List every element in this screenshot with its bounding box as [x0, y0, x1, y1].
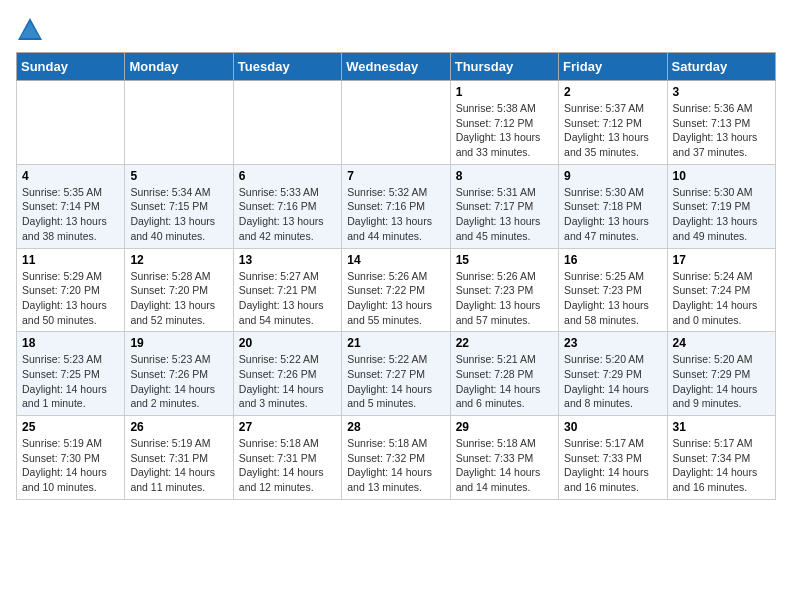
day-info: Sunrise: 5:20 AM Sunset: 7:29 PM Dayligh…	[673, 352, 770, 411]
calendar-cell: 30Sunrise: 5:17 AM Sunset: 7:33 PM Dayli…	[559, 416, 667, 500]
calendar-week-row: 11Sunrise: 5:29 AM Sunset: 7:20 PM Dayli…	[17, 248, 776, 332]
calendar-cell: 24Sunrise: 5:20 AM Sunset: 7:29 PM Dayli…	[667, 332, 775, 416]
day-number: 21	[347, 336, 444, 350]
calendar-cell: 17Sunrise: 5:24 AM Sunset: 7:24 PM Dayli…	[667, 248, 775, 332]
day-number: 16	[564, 253, 661, 267]
calendar-cell: 6Sunrise: 5:33 AM Sunset: 7:16 PM Daylig…	[233, 164, 341, 248]
day-number: 8	[456, 169, 553, 183]
day-info: Sunrise: 5:25 AM Sunset: 7:23 PM Dayligh…	[564, 269, 661, 328]
calendar-cell: 25Sunrise: 5:19 AM Sunset: 7:30 PM Dayli…	[17, 416, 125, 500]
day-number: 2	[564, 85, 661, 99]
calendar-cell	[342, 81, 450, 165]
day-number: 13	[239, 253, 336, 267]
day-info: Sunrise: 5:37 AM Sunset: 7:12 PM Dayligh…	[564, 101, 661, 160]
day-number: 7	[347, 169, 444, 183]
calendar-cell: 21Sunrise: 5:22 AM Sunset: 7:27 PM Dayli…	[342, 332, 450, 416]
calendar-week-row: 4Sunrise: 5:35 AM Sunset: 7:14 PM Daylig…	[17, 164, 776, 248]
calendar-cell: 22Sunrise: 5:21 AM Sunset: 7:28 PM Dayli…	[450, 332, 558, 416]
day-number: 25	[22, 420, 119, 434]
day-number: 12	[130, 253, 227, 267]
svg-marker-1	[20, 22, 40, 38]
day-header-tuesday: Tuesday	[233, 53, 341, 81]
day-number: 15	[456, 253, 553, 267]
calendar-cell: 23Sunrise: 5:20 AM Sunset: 7:29 PM Dayli…	[559, 332, 667, 416]
day-info: Sunrise: 5:30 AM Sunset: 7:19 PM Dayligh…	[673, 185, 770, 244]
calendar-cell	[125, 81, 233, 165]
day-info: Sunrise: 5:20 AM Sunset: 7:29 PM Dayligh…	[564, 352, 661, 411]
day-number: 19	[130, 336, 227, 350]
day-number: 26	[130, 420, 227, 434]
day-info: Sunrise: 5:26 AM Sunset: 7:23 PM Dayligh…	[456, 269, 553, 328]
day-info: Sunrise: 5:28 AM Sunset: 7:20 PM Dayligh…	[130, 269, 227, 328]
day-number: 3	[673, 85, 770, 99]
day-info: Sunrise: 5:22 AM Sunset: 7:26 PM Dayligh…	[239, 352, 336, 411]
day-info: Sunrise: 5:29 AM Sunset: 7:20 PM Dayligh…	[22, 269, 119, 328]
calendar-cell: 14Sunrise: 5:26 AM Sunset: 7:22 PM Dayli…	[342, 248, 450, 332]
calendar-cell: 18Sunrise: 5:23 AM Sunset: 7:25 PM Dayli…	[17, 332, 125, 416]
day-info: Sunrise: 5:36 AM Sunset: 7:13 PM Dayligh…	[673, 101, 770, 160]
calendar-cell: 20Sunrise: 5:22 AM Sunset: 7:26 PM Dayli…	[233, 332, 341, 416]
calendar-cell: 7Sunrise: 5:32 AM Sunset: 7:16 PM Daylig…	[342, 164, 450, 248]
calendar-cell: 13Sunrise: 5:27 AM Sunset: 7:21 PM Dayli…	[233, 248, 341, 332]
calendar-cell: 8Sunrise: 5:31 AM Sunset: 7:17 PM Daylig…	[450, 164, 558, 248]
day-number: 18	[22, 336, 119, 350]
calendar-cell: 3Sunrise: 5:36 AM Sunset: 7:13 PM Daylig…	[667, 81, 775, 165]
calendar-cell: 10Sunrise: 5:30 AM Sunset: 7:19 PM Dayli…	[667, 164, 775, 248]
day-info: Sunrise: 5:26 AM Sunset: 7:22 PM Dayligh…	[347, 269, 444, 328]
day-number: 29	[456, 420, 553, 434]
calendar-cell	[17, 81, 125, 165]
day-info: Sunrise: 5:35 AM Sunset: 7:14 PM Dayligh…	[22, 185, 119, 244]
day-info: Sunrise: 5:19 AM Sunset: 7:31 PM Dayligh…	[130, 436, 227, 495]
day-number: 27	[239, 420, 336, 434]
day-number: 5	[130, 169, 227, 183]
day-number: 20	[239, 336, 336, 350]
day-info: Sunrise: 5:21 AM Sunset: 7:28 PM Dayligh…	[456, 352, 553, 411]
day-info: Sunrise: 5:30 AM Sunset: 7:18 PM Dayligh…	[564, 185, 661, 244]
day-number: 1	[456, 85, 553, 99]
page-header	[16, 16, 776, 44]
day-info: Sunrise: 5:38 AM Sunset: 7:12 PM Dayligh…	[456, 101, 553, 160]
day-header-monday: Monday	[125, 53, 233, 81]
day-info: Sunrise: 5:17 AM Sunset: 7:34 PM Dayligh…	[673, 436, 770, 495]
day-info: Sunrise: 5:33 AM Sunset: 7:16 PM Dayligh…	[239, 185, 336, 244]
day-number: 4	[22, 169, 119, 183]
day-info: Sunrise: 5:19 AM Sunset: 7:30 PM Dayligh…	[22, 436, 119, 495]
calendar-cell: 4Sunrise: 5:35 AM Sunset: 7:14 PM Daylig…	[17, 164, 125, 248]
calendar-cell: 16Sunrise: 5:25 AM Sunset: 7:23 PM Dayli…	[559, 248, 667, 332]
day-number: 17	[673, 253, 770, 267]
day-info: Sunrise: 5:31 AM Sunset: 7:17 PM Dayligh…	[456, 185, 553, 244]
day-header-thursday: Thursday	[450, 53, 558, 81]
calendar-week-row: 18Sunrise: 5:23 AM Sunset: 7:25 PM Dayli…	[17, 332, 776, 416]
logo	[16, 16, 48, 44]
calendar-week-row: 1Sunrise: 5:38 AM Sunset: 7:12 PM Daylig…	[17, 81, 776, 165]
calendar-cell: 15Sunrise: 5:26 AM Sunset: 7:23 PM Dayli…	[450, 248, 558, 332]
day-info: Sunrise: 5:17 AM Sunset: 7:33 PM Dayligh…	[564, 436, 661, 495]
day-info: Sunrise: 5:27 AM Sunset: 7:21 PM Dayligh…	[239, 269, 336, 328]
day-info: Sunrise: 5:23 AM Sunset: 7:25 PM Dayligh…	[22, 352, 119, 411]
day-number: 24	[673, 336, 770, 350]
calendar-table: SundayMondayTuesdayWednesdayThursdayFrid…	[16, 52, 776, 500]
calendar-cell: 28Sunrise: 5:18 AM Sunset: 7:32 PM Dayli…	[342, 416, 450, 500]
day-number: 14	[347, 253, 444, 267]
day-number: 9	[564, 169, 661, 183]
day-info: Sunrise: 5:23 AM Sunset: 7:26 PM Dayligh…	[130, 352, 227, 411]
day-number: 6	[239, 169, 336, 183]
day-info: Sunrise: 5:22 AM Sunset: 7:27 PM Dayligh…	[347, 352, 444, 411]
day-number: 30	[564, 420, 661, 434]
calendar-cell: 29Sunrise: 5:18 AM Sunset: 7:33 PM Dayli…	[450, 416, 558, 500]
day-info: Sunrise: 5:18 AM Sunset: 7:31 PM Dayligh…	[239, 436, 336, 495]
calendar-cell: 31Sunrise: 5:17 AM Sunset: 7:34 PM Dayli…	[667, 416, 775, 500]
calendar-cell	[233, 81, 341, 165]
day-info: Sunrise: 5:18 AM Sunset: 7:33 PM Dayligh…	[456, 436, 553, 495]
day-info: Sunrise: 5:24 AM Sunset: 7:24 PM Dayligh…	[673, 269, 770, 328]
day-number: 10	[673, 169, 770, 183]
day-number: 31	[673, 420, 770, 434]
day-number: 22	[456, 336, 553, 350]
calendar-cell: 19Sunrise: 5:23 AM Sunset: 7:26 PM Dayli…	[125, 332, 233, 416]
calendar-cell: 5Sunrise: 5:34 AM Sunset: 7:15 PM Daylig…	[125, 164, 233, 248]
day-header-saturday: Saturday	[667, 53, 775, 81]
day-number: 28	[347, 420, 444, 434]
day-info: Sunrise: 5:32 AM Sunset: 7:16 PM Dayligh…	[347, 185, 444, 244]
day-header-friday: Friday	[559, 53, 667, 81]
calendar-header-row: SundayMondayTuesdayWednesdayThursdayFrid…	[17, 53, 776, 81]
